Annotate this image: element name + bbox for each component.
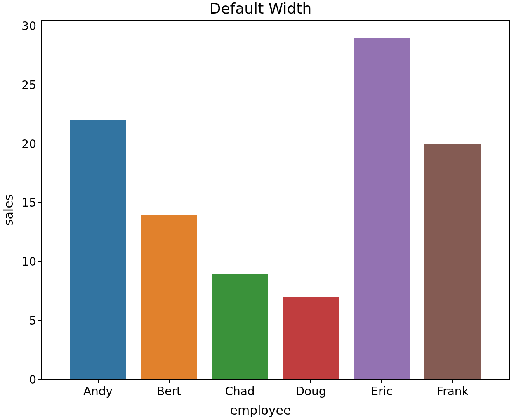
chart-title: Default Width [0,0,521,17]
plot-area: 051015202530 AndyBertChadDougEricFrank [41,21,509,380]
bar-bert [141,215,198,380]
x-axis-label: employee [230,403,291,418]
spine-top [41,20,510,21]
y-tick [38,320,41,321]
x-tick-label: Chad [225,385,255,398]
x-tick [240,380,240,383]
x-tick-label: Doug [295,385,326,398]
x-tick [169,380,170,383]
x-tick [381,380,382,383]
x-tick-label: Bert [157,385,181,398]
y-tick [38,85,41,85]
y-tick [38,26,41,26]
y-tick-label: 25 [21,78,36,92]
spine-bottom [41,379,510,380]
bar-chad [212,274,269,380]
x-tick [452,380,453,383]
x-tick-label: Frank [437,385,469,398]
bar-doug [283,297,339,380]
y-tick [38,261,41,262]
y-tick [38,144,41,144]
spine-left [41,20,42,380]
x-tick-label: Eric [371,385,392,398]
y-tick-label: 10 [21,255,36,269]
y-tick-label: 15 [21,196,36,210]
bar-eric [354,38,410,380]
x-tick-label: Andy [83,385,113,398]
x-tick [310,380,311,383]
y-tick-label: 0 [29,373,36,387]
bar-frank [424,144,481,380]
y-axis-label: sales [1,194,16,226]
y-tick-label: 30 [21,19,36,33]
chart-figure: Default Width sales 051015202530 AndyBer… [0,0,521,420]
plot-inner [41,21,509,380]
y-tick-label: 5 [29,314,36,328]
y-tick [38,202,41,203]
x-tick [98,380,99,383]
y-tick-label: 20 [21,137,36,151]
spine-right [509,20,510,380]
y-tick [38,379,41,380]
bar-andy [70,120,127,380]
